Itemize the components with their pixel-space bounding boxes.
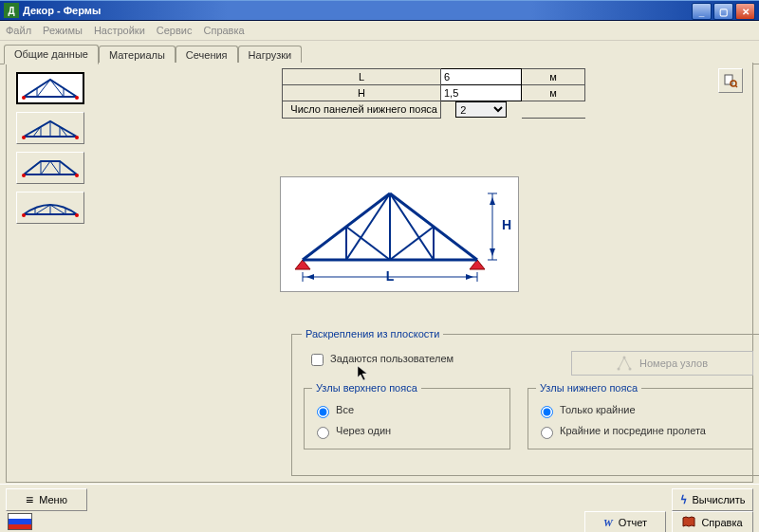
- svg-line-18: [41, 161, 50, 174]
- truss-type-3[interactable]: [16, 152, 84, 184]
- svg-text:H: H: [502, 217, 511, 232]
- menu-settings[interactable]: Настройки: [94, 25, 145, 36]
- report-button[interactable]: W Отчет: [584, 511, 666, 532]
- truss-diagram: L H: [280, 176, 519, 292]
- bottom-chord-legend: Узлы нижнего пояса: [536, 382, 641, 394]
- bottom-edge-mid-option[interactable]: Крайние и посредине пролета: [536, 424, 745, 439]
- menu-help[interactable]: Справка: [203, 25, 244, 36]
- work-area: L 6 м H 1,5 м Число панелей нижнего пояс…: [6, 63, 753, 483]
- menu-button[interactable]: ≡ Меню: [6, 488, 87, 511]
- param-h-value[interactable]: 1,5: [441, 85, 522, 101]
- magnify-icon: [723, 73, 738, 88]
- svg-line-2: [50, 80, 64, 97]
- bottom-chord-group: Узлы нижнего пояса Только крайние Крайни…: [528, 382, 753, 449]
- node-numbers-button: Номера узлов: [571, 351, 753, 376]
- menu-service[interactable]: Сервис: [157, 25, 193, 36]
- bottom-edge-label: Только крайние: [560, 404, 636, 415]
- bracing-group: Раскрепления из плоскости Задаются польз…: [291, 328, 759, 476]
- svg-point-59: [629, 368, 632, 371]
- lightning-icon: ϟ: [680, 494, 687, 506]
- top-every-other-label: Через один: [336, 425, 391, 436]
- status-bar: ≡ Меню ϟ Вычислить W Отчет Справка: [0, 484, 759, 532]
- svg-point-6: [75, 96, 79, 100]
- menu-modes[interactable]: Режимы: [43, 25, 83, 36]
- param-l-value[interactable]: 6: [441, 69, 522, 85]
- preview-button[interactable]: [718, 68, 743, 93]
- param-l-label: L: [283, 69, 441, 85]
- svg-marker-54: [490, 197, 495, 205]
- tab-general[interactable]: Общие данные: [4, 45, 99, 64]
- bottom-edge-mid-label: Крайние и посредине пролета: [560, 425, 706, 436]
- compute-button[interactable]: ϟ Вычислить: [672, 488, 753, 511]
- params-table: L 6 м H 1,5 м Число панелей нижнего пояс…: [282, 68, 585, 119]
- svg-text:L: L: [386, 268, 395, 284]
- truss-thumb-icon: [20, 116, 81, 140]
- report-label: Отчет: [619, 517, 647, 528]
- truss-type-1[interactable]: [16, 72, 84, 104]
- top-every-other-radio[interactable]: [317, 427, 329, 439]
- top-chord-group: Узлы верхнего пояса Все Через один: [304, 382, 510, 449]
- bottom-edge-mid-radio[interactable]: [541, 427, 553, 439]
- hamburger-icon: ≡: [26, 492, 33, 507]
- book-icon: [682, 515, 695, 530]
- tab-loads[interactable]: Нагрузки: [238, 46, 303, 64]
- truss-type-list: [16, 72, 87, 231]
- svg-line-19: [50, 161, 60, 174]
- node-numbers-label: Номера узлов: [639, 358, 708, 369]
- window-title: Декор - Фермы: [23, 5, 101, 16]
- top-all-label: Все: [336, 404, 354, 415]
- svg-line-1: [37, 80, 50, 97]
- svg-point-14: [75, 136, 79, 139]
- truss-thumb-icon: [20, 156, 81, 180]
- close-button[interactable]: ✕: [735, 3, 755, 20]
- top-every-other-option[interactable]: Через один: [312, 424, 502, 439]
- truss-type-2[interactable]: [16, 112, 84, 144]
- language-flag-ru[interactable]: [8, 513, 32, 530]
- user-defined-checkbox[interactable]: [311, 354, 324, 366]
- minimize-button[interactable]: _: [692, 3, 712, 20]
- tab-materials[interactable]: Материалы: [99, 46, 176, 64]
- param-h-unit: м: [522, 85, 585, 101]
- param-l-unit: м: [522, 69, 585, 85]
- bracing-legend: Раскрепления из плоскости: [302, 328, 443, 339]
- svg-line-32: [735, 85, 737, 87]
- bottom-edge-option[interactable]: Только крайние: [536, 403, 745, 418]
- svg-line-42: [390, 193, 434, 260]
- help-button[interactable]: Справка: [672, 511, 753, 532]
- help-label: Справка: [701, 517, 742, 528]
- svg-line-41: [346, 193, 390, 260]
- svg-line-44: [390, 227, 434, 260]
- app-icon: Д: [4, 3, 19, 18]
- svg-point-28: [22, 213, 26, 217]
- truss-thumb-icon: [20, 76, 81, 101]
- svg-marker-48: [306, 274, 314, 280]
- compute-label: Вычислить: [693, 494, 746, 505]
- tab-strip: Общие данные Материалы Сечения Нагрузки: [0, 41, 759, 64]
- param-panels-label: Число панелей нижнего пояса: [283, 101, 441, 119]
- param-panels-select[interactable]: 2: [455, 101, 507, 118]
- top-all-radio[interactable]: [317, 406, 329, 418]
- svg-marker-49: [466, 274, 473, 280]
- menu-button-label: Меню: [39, 494, 67, 505]
- svg-marker-55: [490, 248, 495, 256]
- param-h-label: H: [283, 85, 441, 101]
- svg-point-5: [22, 96, 26, 100]
- svg-line-43: [346, 227, 390, 260]
- svg-point-21: [75, 174, 79, 177]
- tab-sections[interactable]: Сечения: [176, 46, 238, 64]
- maximize-button[interactable]: ▢: [713, 3, 733, 20]
- word-icon: W: [603, 517, 613, 528]
- svg-point-57: [618, 368, 620, 371]
- window-titlebar: Д Декор - Фермы _ ▢ ✕: [0, 0, 759, 21]
- truss-type-4[interactable]: [16, 192, 84, 224]
- top-chord-legend: Узлы верхнего пояса: [312, 382, 421, 394]
- top-all-option[interactable]: Все: [312, 403, 502, 418]
- svg-point-20: [22, 174, 26, 177]
- nodes-icon: [617, 356, 632, 371]
- menu-file[interactable]: Файл: [6, 25, 31, 36]
- user-defined-label: Задаются пользователем: [330, 353, 454, 364]
- svg-point-13: [22, 136, 26, 139]
- menu-bar: Файл Режимы Настройки Сервис Справка: [0, 21, 759, 41]
- bottom-edge-radio[interactable]: [541, 406, 553, 418]
- svg-point-29: [75, 213, 79, 217]
